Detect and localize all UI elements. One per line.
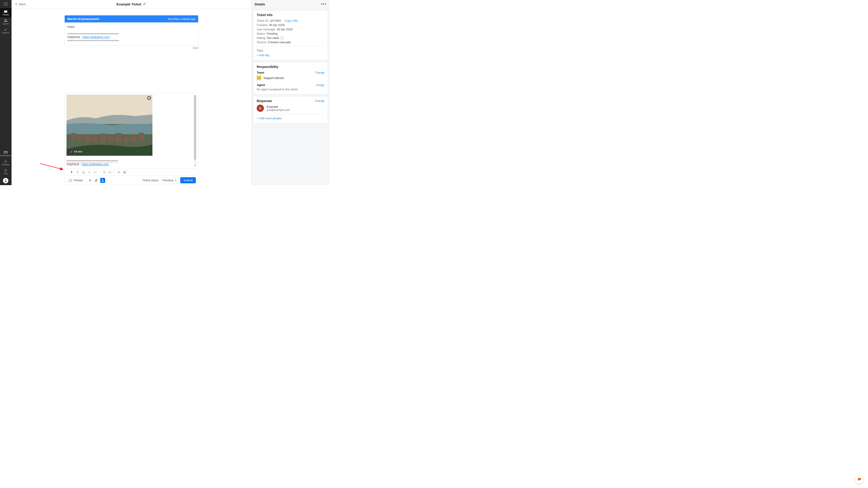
link-button[interactable]: [116, 170, 122, 175]
requester-email: you@example.com: [267, 108, 290, 112]
sidebar-label: Agents: [2, 23, 9, 25]
link-icon: [117, 171, 120, 174]
details-menu-button[interactable]: •••: [321, 2, 327, 6]
assign-agent-link[interactable]: Assign: [316, 84, 324, 87]
editor-scrollbar[interactable]: ▼: [194, 95, 196, 167]
ticket-icon: [4, 10, 8, 13]
svg-text:?: ?: [5, 170, 6, 171]
text-color-button[interactable]: [100, 178, 105, 183]
composer-wrap: Alt text ============================== …: [64, 93, 198, 185]
code-icon: [94, 171, 97, 174]
bullet-list-button[interactable]: [107, 170, 113, 175]
svg-rect-11: [71, 133, 76, 140]
team-badge: SH: [257, 76, 261, 80]
agent-none: No agent assigned to this ticket.: [257, 88, 324, 91]
sidebar-item-help[interactable]: ? Help: [0, 167, 11, 176]
signature-link[interactable]: https://helpdesk.com: [82, 162, 109, 166]
scrollbar-down[interactable]: ▼: [194, 164, 196, 167]
svg-rect-15: [100, 134, 106, 142]
info-icon[interactable]: i: [280, 36, 284, 39]
responsibility-card: Responsibility Team Change SH Support He…: [253, 62, 328, 94]
canned-response-button[interactable]: [88, 178, 93, 183]
ordered-list-icon: 123: [102, 171, 105, 174]
submit-button[interactable]: Submit: [180, 177, 196, 183]
underline-icon: [82, 171, 85, 174]
private-toggle[interactable]: [67, 179, 72, 182]
svg-rect-18: [124, 137, 129, 143]
sidebar-item-subscription[interactable]: Subscription: [0, 149, 11, 158]
svg-point-1: [6, 20, 7, 21]
page-title: Example Ticket: [11, 2, 251, 6]
signature-link[interactable]: https://helpdesk.com: [83, 35, 110, 39]
scrollbar-thumb[interactable]: [194, 95, 196, 160]
sidebar-label: Tickets: [2, 13, 9, 16]
svg-text:3: 3: [103, 173, 103, 174]
team-row: SH Support Heroes: [257, 76, 324, 80]
back-button[interactable]: Back: [11, 2, 26, 6]
alt-text-button[interactable]: Alt text: [68, 149, 84, 154]
bold-button[interactable]: [69, 170, 74, 175]
message-time: less than a minute ago: [168, 18, 195, 21]
private-label: Private: [74, 179, 83, 182]
requester-card: Requester Change E Example you@example.c…: [253, 96, 328, 123]
details-panel: Details ••• Ticket info Ticket ID: 02Y2M…: [251, 0, 330, 185]
edit-title-button[interactable]: [143, 2, 146, 6]
sidebar-item-tickets[interactable]: Tickets: [0, 8, 11, 17]
strike-button[interactable]: [86, 170, 92, 175]
svg-rect-13: [85, 134, 90, 142]
italic-button[interactable]: [74, 170, 81, 175]
change-requester-link[interactable]: Change: [315, 99, 324, 103]
svg-rect-16: [108, 136, 113, 143]
person-icon: [4, 179, 7, 182]
back-label: Back: [19, 2, 26, 6]
add-tag-link[interactable]: + Add tag: [257, 53, 269, 57]
strikethrough-icon: [88, 171, 91, 174]
pencil-icon: [143, 2, 146, 5]
composer-editor[interactable]: Alt text ============================== …: [65, 93, 198, 169]
agent-label: Agent: [257, 83, 265, 87]
svg-line-8: [40, 164, 63, 170]
sidebar-item-reports[interactable]: Reports: [0, 26, 11, 35]
requester-avatar: E: [257, 105, 264, 112]
sidebar-label: Reports: [2, 32, 9, 34]
remove-image-button[interactable]: [147, 96, 151, 100]
responsibility-title: Responsibility: [257, 65, 324, 68]
sidebar-item-settings[interactable]: Settings: [0, 158, 11, 167]
requester-row[interactable]: E Example you@example.com: [257, 105, 324, 112]
add-people-link[interactable]: + Add more people: [257, 117, 282, 120]
ordered-list-button[interactable]: 123: [101, 170, 107, 175]
change-team-link[interactable]: Change: [315, 71, 324, 74]
card-icon: [4, 151, 8, 154]
conversation-scroll[interactable]: Marcin Grzywaczewski less than a minute …: [11, 8, 251, 185]
hash-icon: [88, 179, 92, 182]
chevron-down-icon: [175, 179, 177, 181]
paperclip-icon: [95, 179, 98, 182]
attachment-button[interactable]: [94, 178, 99, 183]
sidebar-profile-avatar[interactable]: [3, 178, 8, 183]
image-button[interactable]: [122, 170, 128, 175]
svg-rect-19: [131, 134, 136, 142]
message-status: Sent: [64, 47, 198, 50]
ticket-status-select[interactable]: Pending: [160, 177, 179, 183]
svg-point-28: [124, 172, 124, 172]
svg-rect-12: [78, 135, 82, 141]
copy-url-link[interactable]: Copy URL: [285, 19, 298, 22]
details-heading: Details: [255, 2, 265, 6]
app-sidebar: Tickets Agents Reports Subscription Sett…: [0, 0, 11, 185]
svg-point-26: [109, 173, 109, 173]
composer-footer: Private Ticket status Pending Submit: [65, 176, 198, 185]
svg-rect-17: [115, 133, 121, 142]
team-label: Team: [257, 71, 264, 74]
underline-button[interactable]: [81, 170, 86, 175]
message-author: Marcin Grzywaczewski: [67, 17, 99, 21]
sidebar-item-agents[interactable]: Agents: [0, 17, 11, 26]
svg-point-7: [5, 179, 6, 181]
attached-image[interactable]: Alt text: [66, 95, 152, 156]
sidebar-label: Help: [4, 172, 8, 175]
message-header: Marcin Grzywaczewski less than a minute …: [65, 16, 198, 22]
message-card: Marcin Grzywaczewski less than a minute …: [64, 15, 198, 46]
image-icon: [123, 171, 126, 174]
svg-point-24: [109, 171, 109, 172]
app-logo[interactable]: [0, 0, 11, 8]
code-button[interactable]: [92, 170, 98, 175]
